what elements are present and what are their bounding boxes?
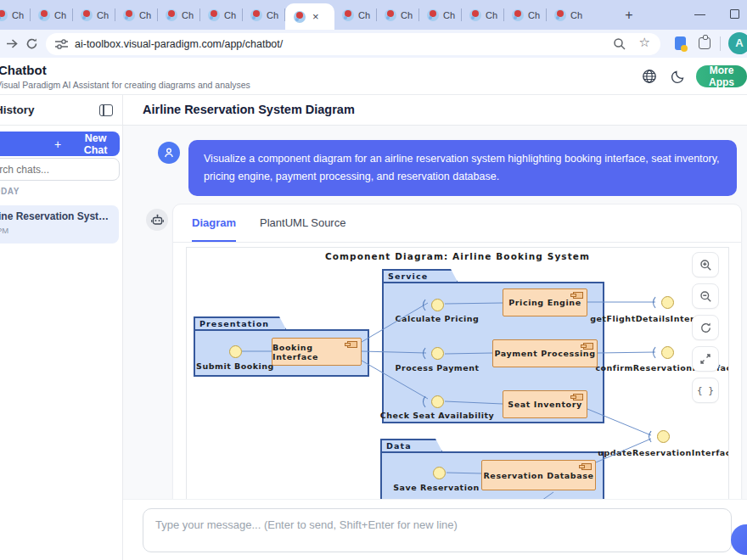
browser-tab[interactable]: Ch	[243, 0, 285, 30]
browser-tab[interactable]: Ch	[158, 0, 200, 30]
browser-tab[interactable]: Ch	[334, 0, 377, 30]
tab-close-icon[interactable]: ×	[312, 11, 319, 22]
browser-tab[interactable]: Ch	[200, 0, 243, 30]
conversation-header: Airline Reservation System Diagram	[123, 95, 747, 126]
browser-tab[interactable]: Ch	[31, 0, 73, 30]
tab-plantuml-source[interactable]: PlantUML Source	[260, 204, 345, 242]
browser-tab[interactable]: Ch	[73, 0, 115, 30]
message-input-bar	[123, 499, 747, 560]
sidebar-header: History	[0, 95, 122, 126]
language-globe-icon[interactable]	[642, 69, 657, 84]
browser-toolbar: ai-toolbox.visual-paradigm.com/app/chatb…	[0, 30, 747, 58]
more-apps-button[interactable]: More Apps	[696, 65, 747, 87]
forward-icon[interactable]	[4, 36, 19, 51]
visual-paradigm-favicon	[166, 9, 177, 21]
url-text: ai-toolbox.visual-paradigm.com/app/chatb…	[75, 38, 283, 50]
zoom-out-button[interactable]	[692, 283, 719, 309]
browser-tab[interactable]: Ch	[0, 0, 31, 30]
chat-item-title: Airline Reservation System Dia...	[0, 210, 110, 222]
history-sidebar: History +New Chat TODAY Airline Reservat…	[0, 95, 123, 560]
app-header: Chatbot Visual Paradigm AI Assistant for…	[0, 58, 747, 95]
toolbar-divider	[720, 36, 721, 51]
visual-paradigm-favicon	[38, 9, 50, 21]
tab-diagram[interactable]: Diagram	[192, 204, 236, 242]
visual-paradigm-favicon	[0, 9, 8, 21]
robot-icon	[151, 214, 164, 226]
view-code-button[interactable]: { }	[692, 378, 719, 403]
site-settings-icon[interactable]	[55, 39, 68, 49]
dark-mode-moon-icon[interactable]	[671, 69, 686, 84]
user-message-bubble: Visualize a component diagram for an air…	[188, 140, 737, 196]
message-input[interactable]	[143, 508, 732, 552]
diagram-tab-bar: Diagram PlantUML Source	[173, 204, 741, 243]
page-title: Airline Reservation System Diagram	[143, 103, 355, 116]
chat-history-item[interactable]: Airline Reservation System Dia... PM	[0, 205, 119, 244]
browser-tab[interactable]: Ch	[504, 0, 547, 30]
new-chat-button[interactable]: +New Chat	[0, 132, 120, 156]
reload-icon[interactable]	[25, 36, 39, 51]
visual-paradigm-favicon	[123, 9, 135, 21]
visual-paradigm-favicon	[385, 9, 396, 21]
port-process-payment	[431, 347, 444, 360]
fullscreen-button[interactable]	[692, 346, 719, 372]
new-chat-label: New Chat	[71, 132, 120, 156]
bookmark-star-icon[interactable]: ☆	[639, 35, 650, 50]
user-avatar	[158, 142, 180, 164]
reset-view-button[interactable]	[692, 315, 719, 340]
visual-paradigm-favicon	[208, 9, 220, 21]
zoom-page-icon[interactable]	[613, 37, 626, 51]
canvas-controls: { }	[692, 252, 719, 403]
visual-paradigm-favicon	[554, 9, 566, 21]
window-minimize-button[interactable]	[694, 14, 705, 15]
extensions-menu-icon[interactable]	[699, 37, 710, 49]
port-submit-booking	[229, 345, 242, 358]
browser-tab-strip: Ch Ch Ch Ch Ch Ch Ch × Ch Ch Ch Ch Ch Ch…	[0, 0, 747, 30]
browser-tab[interactable]: Ch	[419, 0, 462, 30]
visual-paradigm-favicon	[342, 9, 354, 21]
app-subtitle: Visual Paradigm AI Assistant for creatin…	[0, 80, 250, 90]
new-tab-button[interactable]: +	[621, 7, 637, 24]
send-button[interactable]	[731, 524, 747, 555]
diagram-canvas[interactable]: Component Diagram: Airline Booking Syste…	[186, 247, 729, 499]
address-bar[interactable]: ai-toolbox.visual-paradigm.com/app/chatb…	[46, 33, 660, 55]
search-chats-input[interactable]	[0, 158, 120, 181]
visual-paradigm-favicon	[512, 9, 524, 21]
bot-avatar	[146, 209, 168, 231]
person-icon	[163, 147, 175, 159]
interface-get-flight-details	[661, 296, 674, 309]
browser-window: Ch Ch Ch Ch Ch Ch Ch × Ch Ch Ch Ch Ch Ch…	[0, 0, 747, 560]
browser-tab[interactable]: Ch	[462, 0, 504, 30]
chat-item-time: PM	[0, 226, 110, 235]
window-maximize-button[interactable]	[730, 9, 739, 19]
browser-tab-active[interactable]: ×	[285, 3, 334, 30]
zoom-in-button[interactable]	[692, 252, 719, 277]
visual-paradigm-favicon	[250, 9, 262, 21]
interface-update-reservation	[657, 430, 670, 443]
plus-icon: +	[54, 137, 61, 151]
port-save-reservation	[433, 467, 446, 479]
port-calculate-pricing	[431, 299, 444, 311]
main-panel: Airline Reservation System Diagram Visua…	[123, 95, 747, 560]
chat-area: Visualize a component diagram for an air…	[123, 126, 747, 499]
app-title: Chatbot	[0, 63, 47, 77]
browser-tab[interactable]: Ch	[377, 0, 419, 30]
collapse-sidebar-icon[interactable]	[99, 104, 113, 116]
today-section-label: TODAY	[0, 187, 20, 196]
visual-paradigm-favicon	[427, 9, 439, 21]
profile-avatar[interactable]: A	[728, 32, 747, 54]
visual-paradigm-favicon	[81, 9, 93, 21]
extension-icon[interactable]	[675, 36, 686, 50]
connector-lines	[187, 248, 729, 499]
browser-tab[interactable]: Ch	[115, 0, 158, 30]
visual-paradigm-favicon	[294, 11, 306, 23]
browser-tab[interactable]: Ch	[547, 0, 589, 30]
sidebar-title: History	[0, 104, 35, 116]
port-check-seat-availability	[431, 395, 444, 408]
visual-paradigm-favicon	[469, 9, 481, 21]
diagram-response-card: Diagram PlantUML Source Component Diagra…	[172, 204, 742, 499]
interface-confirm-reservation	[661, 346, 674, 359]
